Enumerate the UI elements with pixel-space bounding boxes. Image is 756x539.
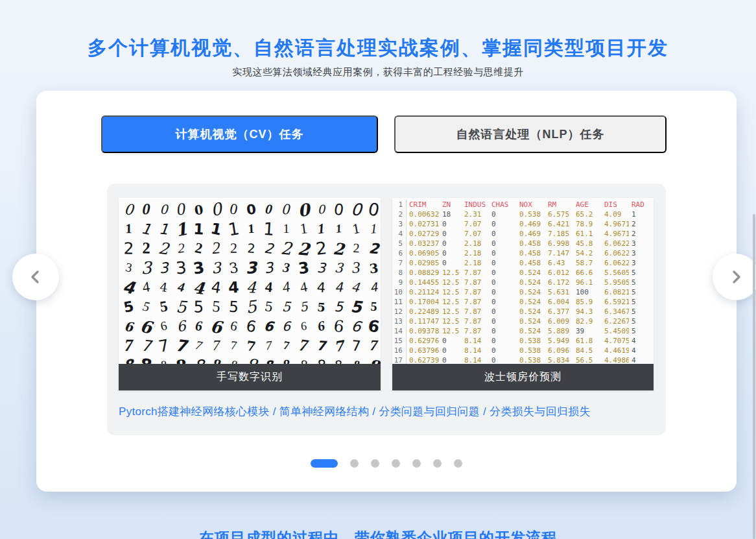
line-number: 13 — [392, 317, 407, 326]
line-number: 7 — [392, 258, 407, 268]
case-card-boston[interactable]: 1CRIMZNINDUSCHASNOXRMAGEDISRAD20.0063218… — [392, 198, 654, 390]
boston-table-row: 20.00632182.3100.5386.57565.24.091 — [392, 210, 654, 219]
boston-value-cell: 7.87 — [462, 317, 489, 326]
carousel-dot-2[interactable] — [350, 459, 359, 468]
mnist-digit: 0 — [292, 198, 315, 222]
carousel-next-button[interactable] — [713, 254, 756, 300]
boston-value-cell: 5.889 — [545, 326, 573, 336]
boston-value-cell: 7.87 — [462, 278, 489, 287]
boston-value-cell: 6.012 — [545, 268, 573, 278]
mnist-digit: 8 — [226, 356, 242, 364]
line-number: 1 — [392, 200, 407, 210]
boston-value-cell: 0.458 — [517, 258, 545, 268]
case-card-mnist[interactable]: 0000000000000001111111111111112222222222… — [119, 198, 381, 390]
carousel-dot-6[interactable] — [433, 459, 442, 468]
boston-value-cell: 12.5 — [440, 287, 462, 297]
boston-caption: 波士顿房价预测 — [392, 364, 654, 390]
boston-value-cell: 12.5 — [440, 317, 462, 326]
mnist-digit: 6 — [328, 315, 349, 337]
mnist-digit: 4 — [294, 277, 314, 298]
boston-table-row: 150.6297608.1400.5385.94961.84.70754 — [392, 336, 654, 346]
mnist-digit: 0 — [119, 199, 138, 220]
boston-value-cell: 7.07 — [462, 229, 489, 239]
mnist-digit-grid: 0000000000000001111111111111112222222222… — [119, 198, 381, 364]
boston-value-cell: 0.469 — [517, 229, 545, 239]
mnist-digit: 1 — [348, 219, 365, 238]
carousel-dot-1[interactable] — [311, 459, 338, 468]
boston-value-cell: 0.06905 — [407, 248, 440, 258]
mnist-digit: 5 — [189, 296, 208, 317]
mnist-digit: 8 — [363, 353, 381, 364]
boston-value-cell: 0.524 — [517, 287, 545, 297]
boston-value-cell: 0 — [489, 258, 517, 268]
boston-value-cell: 0 — [440, 248, 462, 258]
boston-header-cell: CRIM — [407, 200, 440, 210]
boston-value-cell: 6.009 — [545, 317, 573, 326]
boston-value-cell: 0.524 — [517, 278, 545, 287]
line-number: 9 — [392, 278, 407, 287]
mnist-row: 555555555555555 — [120, 297, 381, 317]
mnist-digit: 3 — [313, 259, 330, 277]
mnist-digit: 5 — [346, 296, 366, 318]
boston-table-row: 120.2248912.57.8700.5246.37794.36.34675 — [392, 307, 654, 317]
mnist-digit: 8 — [171, 354, 191, 364]
boston-value-cell: 100 — [573, 287, 602, 297]
tab-nlp-tasks[interactable]: 自然语言处理（NLP）任务 — [394, 115, 667, 153]
mnist-digit: 4 — [346, 276, 367, 298]
carousel-dot-4[interactable] — [392, 459, 400, 468]
boston-value-cell: 3 — [629, 248, 654, 258]
mnist-digit: 3 — [241, 257, 261, 279]
footer-heading: 在项目成型的过程中，带你熟悉企业项目的开发流程 — [0, 528, 756, 539]
mnist-digit: 2 — [348, 239, 364, 257]
boston-value-cell: 6.3467 — [602, 307, 629, 317]
boston-value-cell: 2 — [629, 229, 654, 239]
mnist-digit: 5 — [295, 298, 313, 317]
slide-topics-link[interactable]: Pytorch搭建神经网络核心模块 / 简单神经网络结构 / 分类问题与回归问题… — [119, 404, 591, 419]
boston-value-cell: 0.538 — [517, 336, 545, 346]
mnist-digit: 8 — [135, 353, 157, 364]
carousel-prev-button[interactable] — [12, 254, 59, 300]
boston-value-cell: 6.0622 — [602, 248, 629, 258]
boston-value-cell: 0 — [489, 326, 517, 336]
carousel-dot-5[interactable] — [412, 459, 421, 468]
boston-value-cell: 4.4619 — [602, 346, 629, 355]
boston-value-cell: 6.0622 — [602, 258, 629, 268]
boston-value-cell: 6.5921 — [602, 297, 629, 307]
boston-value-cell: 0.524 — [517, 326, 545, 336]
mnist-digit: 4 — [276, 276, 296, 298]
boston-value-cell: 6.377 — [545, 307, 573, 317]
mnist-digit: 5 — [330, 297, 347, 316]
boston-value-cell: 6.0821 — [602, 287, 629, 297]
boston-value-cell: 0.02731 — [407, 219, 440, 229]
boston-table-row: 30.0273107.0700.4696.42178.94.96712 — [392, 219, 654, 229]
boston-value-cell: 96.1 — [573, 278, 602, 287]
boston-value-cell: 0 — [489, 239, 517, 248]
mnist-digit: 2 — [119, 238, 139, 259]
boston-value-cell: 54.2 — [573, 248, 602, 258]
mnist-digit: 8 — [240, 353, 263, 364]
boston-value-cell: 0.524 — [517, 297, 545, 307]
boston-value-cell: 1 — [629, 210, 654, 219]
tab-cv-tasks[interactable]: 计算机视觉（CV）任务 — [101, 115, 378, 153]
boston-value-cell: 94.3 — [573, 307, 602, 317]
mnist-image: 0000000000000001111111111111112222222222… — [119, 198, 381, 364]
boston-value-cell: 8.14 — [462, 346, 489, 355]
mnist-digit: 7 — [278, 337, 295, 355]
boston-value-cell: 0 — [489, 219, 517, 229]
boston-value-cell: 5 — [629, 268, 654, 278]
boston-value-cell: 0.538 — [517, 346, 545, 355]
boston-value-cell: 0.63796 — [407, 346, 440, 355]
boston-value-cell: 7.87 — [462, 307, 489, 317]
boston-value-cell: 0.08829 — [407, 268, 440, 278]
mnist-digit: 5 — [260, 297, 278, 316]
boston-value-cell: 5 — [629, 326, 654, 336]
boston-value-cell: 0.11747 — [407, 317, 440, 326]
boston-value-cell: 0 — [489, 297, 517, 307]
boston-value-cell: 3 — [629, 239, 654, 248]
boston-value-cell: 2.31 — [462, 210, 489, 219]
boston-value-cell: 0.538 — [517, 210, 545, 219]
boston-value-cell: 0 — [489, 336, 517, 346]
carousel-dot-7[interactable] — [454, 459, 462, 468]
scrollbar-thumb[interactable] — [753, 214, 755, 539]
carousel-dot-3[interactable] — [371, 459, 379, 468]
